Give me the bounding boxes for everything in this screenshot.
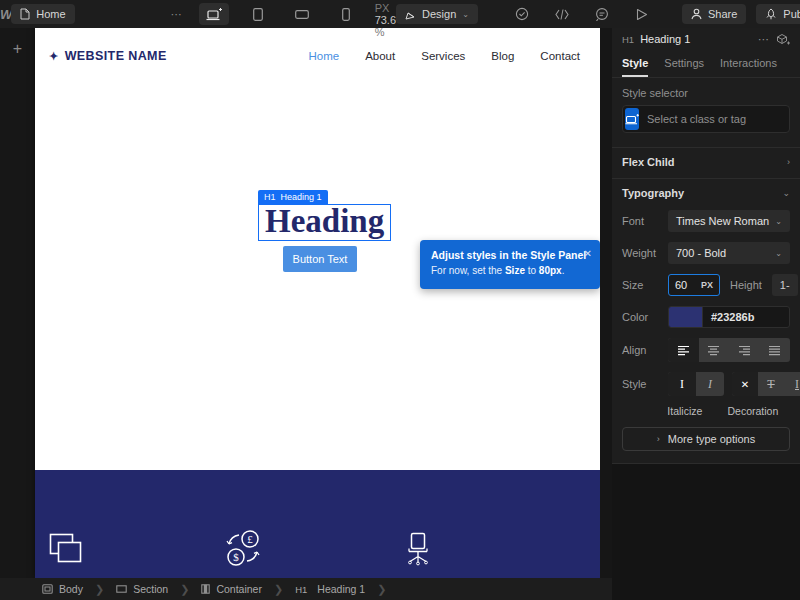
tooltip-title: Adjust styles in the Style Panel [431,249,590,261]
more-type-options-label: More type options [668,433,755,445]
breadcrumb-section[interactable]: Section [112,583,172,595]
nav-link-contact[interactable]: Contact [540,50,580,62]
toolbar-overflow-button[interactable]: ⋯ [171,8,183,21]
tooltip-close-icon[interactable]: ✕ [584,248,592,259]
align-center-icon [707,345,720,356]
breakpoint-indicator-button[interactable] [625,108,639,130]
line-height-field[interactable]: 1 - [772,274,798,296]
canvas-dimensions[interactable]: 992 PX 73.6 % [375,0,396,38]
chevron-down-icon: ⌄ [462,10,469,19]
breadcrumb-separator: ❯ [95,583,104,596]
style-italic-button[interactable]: I [696,372,724,396]
font-size-field[interactable]: PX [668,274,720,296]
style-row: Style I I ✕ T I T [612,369,800,399]
audit-check-button[interactable] [510,3,534,25]
element-menu-button[interactable]: ⋯ [758,33,770,46]
class-search-input[interactable] [641,113,790,125]
style-label: Style [622,378,662,390]
create-component-button[interactable] [776,33,790,46]
zoom-unit: % [375,26,385,38]
site-brand[interactable]: ✦ WEBSITE NAME [49,49,167,63]
breakpoint-mobile-button[interactable] [331,3,361,25]
page-selector-button[interactable]: Home [11,4,74,24]
canvas-width-unit: PX [375,2,390,14]
style-selector-field[interactable] [622,105,790,133]
align-left-button[interactable] [668,338,699,362]
site-heading[interactable]: Heading [265,205,384,238]
share-button[interactable]: Share [682,4,746,24]
site-cta-button[interactable]: Button Text [283,246,357,272]
svg-text:£: £ [247,533,253,545]
breadcrumb-heading[interactable]: H1 Heading 1 [291,583,369,595]
breadcrumb-container[interactable]: Container [197,583,266,595]
code-export-button[interactable] [550,3,574,25]
breakpoint-tablet-button[interactable] [243,3,273,25]
breakpoint-desktop-button[interactable] [199,3,229,25]
tooltip-text: to [525,265,539,276]
flex-child-section-header[interactable]: Flex Child › [612,148,800,176]
selected-heading-outline[interactable]: Heading [258,204,391,241]
weight-dropdown[interactable]: 700 - Bold ⌄ [668,242,790,264]
style-sublabels: Italicize Decoration [612,403,800,417]
weight-value: 700 - Bold [676,247,726,259]
phone-landscape-icon [295,10,309,19]
breadcrumb-label: Heading 1 [317,583,365,595]
style-panel: H1 Heading 1 ⋯ Style Settings Interactio… [612,28,800,600]
mode-design-dropdown[interactable]: Design ⌄ [396,4,478,24]
publish-label: Publish [783,8,800,20]
typography-section-header[interactable]: Typography ⌄ [612,179,800,207]
color-swatch[interactable] [669,307,703,327]
font-size-unit[interactable]: PX [701,280,713,290]
font-dropdown[interactable]: Times New Roman ⌄ [668,210,790,232]
decoration-underline-button[interactable]: I [784,372,800,396]
chevron-down-icon: ⌄ [775,217,782,226]
check-circle-icon [515,7,529,21]
align-left-icon [677,345,690,356]
chevron-right-icon: › [787,157,790,167]
webflow-logo-icon[interactable]: W [0,7,11,22]
panel-tabs: Style Settings Interactions [612,50,800,78]
selection-label[interactable]: H1 Heading 1 [258,190,328,204]
page-icon [20,8,30,20]
tab-settings[interactable]: Settings [664,54,704,77]
comment-bubble-icon [595,8,609,21]
nav-link-blog[interactable]: Blog [491,50,514,62]
publish-dropdown[interactable]: Publish ⌄ [756,4,800,24]
size-height-row: Size PX Height 1 - [612,271,800,299]
preview-button[interactable] [630,3,654,25]
align-center-button[interactable] [699,338,730,362]
site-navbar: ✦ WEBSITE NAME Home About Services Blog … [35,28,600,84]
breadcrumb-body[interactable]: Body [38,583,87,595]
decoration-strikethrough-button[interactable]: T [758,372,784,396]
color-hex-value: #23286b [703,311,762,323]
breakpoint-landscape-button[interactable] [287,3,317,25]
decoration-none-button[interactable]: ✕ [732,372,758,396]
toolbar-right-group: Design ⌄ Share Publish ⌄ [396,3,800,25]
chevron-down-icon: ⌄ [775,249,782,258]
style-normal-button[interactable]: I [668,372,696,396]
nav-link-home[interactable]: Home [308,50,339,62]
nav-link-services[interactable]: Services [421,50,465,62]
add-element-button[interactable]: + [0,40,35,58]
nav-link-about[interactable]: About [365,50,395,62]
comments-button[interactable] [590,3,614,25]
site-footer-section[interactable]: £ $ [35,470,600,578]
designer-canvas[interactable]: ✦ WEBSITE NAME Home About Services Blog … [35,28,600,578]
tablet-icon [253,8,263,21]
toolbar-utility-icons [510,3,654,25]
text-align-control [668,338,790,362]
color-field[interactable]: #23286b [668,306,790,328]
color-row: Color #23286b [612,303,800,331]
weight-label: Weight [622,247,662,259]
page-name: Home [36,8,65,20]
font-size-input[interactable] [675,279,701,291]
align-right-button[interactable] [729,338,760,362]
top-toolbar: W Home ⋯ 992 PX 73.6 % Design ⌄ [0,0,800,28]
more-type-options-button[interactable]: › More type options [622,427,790,451]
tooltip-body: For now, set the Size to 80px. [431,265,590,276]
tab-style[interactable]: Style [622,54,648,77]
tab-interactions[interactable]: Interactions [720,54,777,77]
font-value: Times New Roman [676,215,769,227]
color-label: Color [622,311,662,323]
align-justify-button[interactable] [760,338,791,362]
